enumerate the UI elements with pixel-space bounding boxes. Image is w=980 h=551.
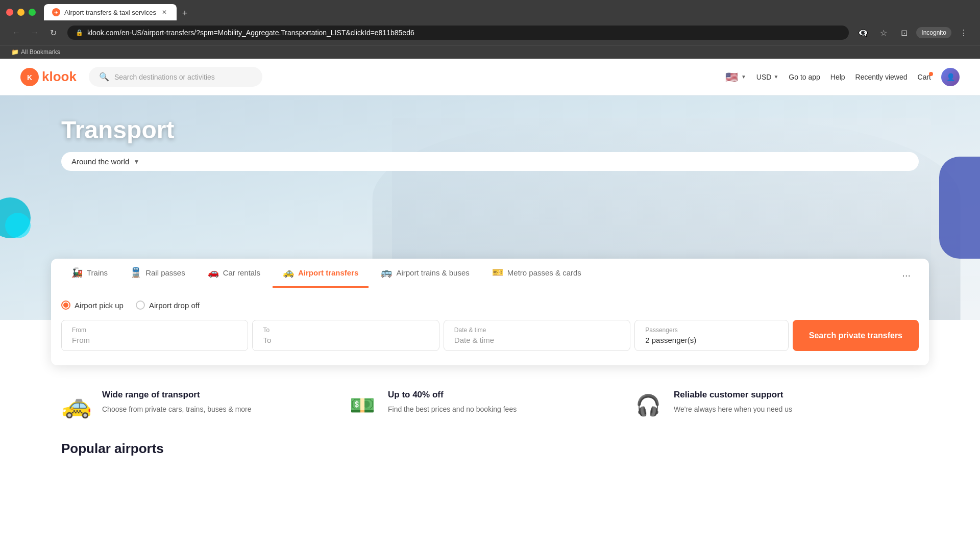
to-field-value: To [263,336,428,344]
address-bar[interactable]: 🔒 klook.com/en-US/airport-transfers/?spm… [67,26,849,40]
bookmark-star-icon[interactable]: ☆ [875,24,892,41]
passengers-field-label: Passengers [645,327,778,334]
feature-discount-title: Up to 40% off [388,390,517,400]
feature-support-title: Reliable customer support [674,390,792,400]
features-section: 🚕 Wide range of transport Choose from pr… [0,365,980,441]
browser-chrome: ✈ Airport transfers & taxi services ✕ + … [0,0,980,59]
reload-button[interactable]: ↻ [45,24,61,41]
airport-dropoff-radio-label[interactable]: Airport drop off [136,300,200,310]
new-tab-button[interactable]: + [178,6,192,20]
airport-pickup-label: Airport pick up [75,301,124,310]
feature-discount: 💵 Up to 40% off Find the best prices and… [347,390,633,420]
currency-chevron-icon: ▼ [773,74,778,80]
nav-buttons: ← → ↻ [8,24,61,41]
all-bookmarks-link[interactable]: 📁 All Bookmarks [8,47,63,57]
passengers-field-value: 2 passenger(s) [645,336,778,344]
form-fields-row: From From To To Date & time Date & time … [61,320,919,351]
more-tabs-ellipsis-icon: ... [902,267,911,279]
logo-text-label: klook [42,69,77,85]
tab-airport-transfers[interactable]: 🚕 Airport transfers [273,259,369,288]
rail-passes-icon: 🚆 [130,267,141,278]
airport-dropoff-radio-button[interactable] [136,300,145,310]
metro-passes-icon: 🎫 [492,267,503,278]
tabs-more-button[interactable]: ... [894,259,919,287]
language-selector[interactable]: 🇺🇸 ▼ [725,71,746,83]
feature-headset-icon: 🎧 [633,390,664,420]
feature-transport-range: 🚕 Wide range of transport Choose from pr… [61,390,347,420]
trains-icon: 🚂 [71,267,83,278]
popular-airports-title: Popular airports [61,441,919,457]
from-field-label: From [72,327,237,334]
user-avatar[interactable]: 👤 [941,68,960,86]
feature-transport-title: Wide range of transport [102,390,252,400]
passengers-field[interactable]: Passengers 2 passenger(s) [634,320,789,351]
tab-metro-passes-label: Metro passes & cards [507,268,581,277]
tab-airport-trains-buses[interactable]: 🚌 Airport trains & buses [371,259,479,288]
to-field[interactable]: To To [252,320,439,351]
airport-trains-buses-icon: 🚌 [381,267,392,278]
transfer-type-radio-group: Airport pick up Airport drop off [61,300,919,310]
tab-close-button[interactable]: ✕ [160,8,168,16]
main-search-bar[interactable]: 🔍 Search destinations or activities [89,67,262,87]
datetime-field[interactable]: Date & time Date & time [444,320,630,351]
ssl-lock-icon: 🔒 [76,29,83,36]
tab-rail-passes[interactable]: 🚆 Rail passes [120,259,195,288]
tab-favicon: ✈ [52,8,60,16]
airport-transfers-icon: 🚕 [283,267,294,278]
svg-text:K: K [27,73,32,82]
around-the-world-button[interactable]: Around the world ▼ [61,152,919,171]
airport-dropoff-label: Airport drop off [149,301,200,310]
chevron-down-icon: ▼ [741,74,746,80]
incognito-badge[interactable]: Incognito [916,27,951,38]
feature-transport-desc: Choose from private cars, trains, buses … [102,404,252,415]
tab-airport-transfers-label: Airport transfers [298,268,358,277]
tab-trains[interactable]: 🚂 Trains [61,259,118,288]
search-private-transfers-button[interactable]: Search private transfers [793,320,919,351]
tab-rail-passes-label: Rail passes [145,268,185,277]
tab-metro-passes[interactable]: 🎫 Metro passes & cards [482,259,592,288]
klook-logo[interactable]: K klook [20,68,77,86]
search-magnifier-icon: 🔍 [99,72,109,82]
toolbar-actions: 👁‍🗨 ☆ ⊡ Incognito ⋮ [855,24,972,41]
maximize-window-button[interactable] [29,9,36,16]
site-header: K klook 🔍 Search destinations or activit… [0,59,980,95]
tab-car-rentals[interactable]: 🚗 Car rentals [198,259,271,288]
klook-logo-icon: K [20,68,39,86]
feature-transport-text: Wide range of transport Choose from priv… [102,390,252,415]
from-field[interactable]: From From [61,320,248,351]
more-options-icon[interactable]: ⋮ [955,24,972,41]
tabs-section: 🚂 Trains 🚆 Rail passes 🚗 Car rentals 🚕 A… [51,259,929,365]
split-view-icon[interactable]: ⊡ [896,24,912,41]
blue-side-element [939,157,980,259]
tab-airport-trains-buses-label: Airport trains & buses [396,268,469,277]
airport-pickup-radio-button[interactable] [61,300,70,310]
car-rentals-icon: 🚗 [208,267,219,278]
recently-viewed-link[interactable]: Recently viewed [855,73,908,81]
browser-title-bar: ✈ Airport transfers & taxi services ✕ + [0,0,980,20]
feature-support-text: Reliable customer support We're always h… [674,390,792,415]
help-link[interactable]: Help [830,73,845,81]
avatar-icon: 👤 [946,73,955,81]
feature-support: 🎧 Reliable customer support We're always… [633,390,919,420]
tab-car-rentals-label: Car rentals [223,268,260,277]
active-browser-tab[interactable]: ✈ Airport transfers & taxi services ✕ [44,4,177,20]
popular-airports-section: Popular airports [0,441,980,477]
close-window-button[interactable] [6,9,13,16]
currency-selector[interactable]: USD ▼ [756,73,778,81]
bookmarks-bar: 📁 All Bookmarks [0,45,980,59]
flag-icon: 🇺🇸 [725,71,738,83]
tab-trains-label: Trains [87,268,108,277]
feature-money-icon: 💵 [347,390,378,420]
feature-support-desc: We're always here when you need us [674,404,792,415]
minimize-window-button[interactable] [17,9,24,16]
bookmarks-folder-icon: 📁 [11,48,19,56]
browser-tabs: ✈ Airport transfers & taxi services ✕ + [44,4,192,20]
eye-slash-icon[interactable]: 👁‍🗨 [855,24,871,41]
airport-pickup-radio-label[interactable]: Airport pick up [61,300,124,310]
forward-button[interactable]: → [27,24,43,41]
feature-discount-desc: Find the best prices and no booking fees [388,404,517,415]
header-actions: 🇺🇸 ▼ USD ▼ Go to app Help Recently viewe… [725,68,960,86]
go-to-app-link[interactable]: Go to app [789,73,820,81]
cart-link[interactable]: Cart [918,73,931,81]
back-button[interactable]: ← [8,24,24,41]
